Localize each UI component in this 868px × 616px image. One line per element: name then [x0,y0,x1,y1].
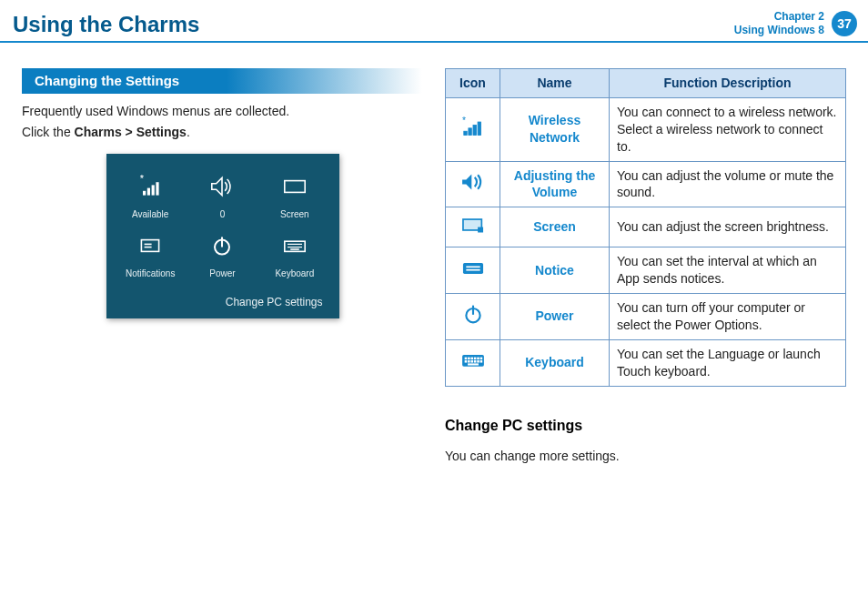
svg-marker-21 [462,175,471,190]
svg-text:*: * [462,116,466,126]
row-desc: You can set the interval at which an App… [610,247,846,294]
table-row: Power You can turn off your computer or … [446,294,846,340]
svg-text:*: * [140,173,145,184]
svg-rect-42 [479,360,482,363]
svg-rect-40 [473,360,476,363]
svg-rect-33 [470,358,473,360]
svg-rect-20 [478,122,480,135]
svg-rect-7 [142,240,159,252]
tile-notifications-label: Notifications [126,268,175,280]
row-name: Wireless Network [500,97,610,161]
svg-rect-36 [479,358,482,360]
svg-rect-31 [464,358,467,360]
row-icon-screen [446,207,500,247]
svg-rect-35 [477,358,479,360]
intro-post: . [187,125,190,139]
row-desc: You can adjust the screen brightness. [610,207,846,247]
svg-rect-4 [156,182,159,195]
table-row: Notice You can set the interval at which… [446,247,846,294]
svg-marker-5 [212,177,222,195]
tile-power[interactable]: Power [191,229,254,280]
content-columns: Changing the Settings Frequently used Wi… [0,43,868,465]
row-icon-keyboard [446,339,500,386]
svg-rect-2 [147,187,150,195]
header-meta-group: Chapter 2 Using Windows 8 37 [734,10,857,39]
intro-bold: Charms > Settings [75,125,187,139]
svg-rect-17 [463,131,466,135]
th-name: Name [500,69,610,98]
keyboard-icon [278,229,311,262]
table-row: Keyboard You can set the Language or lau… [446,339,846,386]
row-icon-wireless: * [446,97,500,161]
svg-rect-24 [478,227,483,233]
settings-tileset: * Available [119,170,327,280]
intro-pre: Click the [22,125,75,139]
svg-rect-37 [464,360,467,363]
subsection-body: You can change more settings. [445,448,846,465]
subject-line: Using Windows 8 [734,24,824,37]
settings-panel-wrap: * Available [22,154,423,318]
svg-rect-39 [470,360,473,363]
power-icon [206,229,238,262]
tile-keyboard-label: Keyboard [275,268,314,280]
intro-line-2: Click the Charms > Settings. [22,124,423,141]
svg-rect-38 [468,360,470,363]
row-name: Power [500,294,610,340]
table-row: * Wireless Network You can connect to a … [446,97,846,161]
subsection-heading: Change PC settings [445,416,846,436]
table-header-row: Icon Name Function Description [446,69,846,98]
tile-screen[interactable]: Screen [263,170,326,221]
page-header: Using the Charms Chapter 2 Using Windows… [0,0,868,43]
speaker-icon [206,170,238,203]
row-desc: You can connect to a wireless network. S… [610,97,846,161]
tile-available-label: Available [132,208,168,221]
table-row: Adjusting the Volume You can adjust the … [446,161,846,207]
row-icon-power [446,294,500,340]
tile-power-label: Power [209,268,235,280]
row-icon-notice [446,247,500,294]
row-name: Keyboard [500,339,610,386]
svg-rect-41 [477,360,479,363]
tile-notifications[interactable]: Notifications [119,229,182,280]
row-name: Notice [500,247,610,294]
screen-icon [278,170,311,203]
row-name: Screen [500,207,610,247]
wireless-icon: * [134,170,167,203]
svg-rect-19 [473,125,476,135]
tile-volume[interactable]: 0 [191,170,254,221]
svg-rect-25 [462,263,482,274]
th-icon: Icon [446,69,500,98]
change-pc-settings-link[interactable]: Change PC settings [119,295,327,309]
page-title: Using the Charms [13,10,199,39]
tile-volume-label: 0 [220,208,226,221]
chapter-line: Chapter 2 [734,10,824,24]
chapter-meta: Chapter 2 Using Windows 8 [734,10,824,37]
notifications-icon [134,229,167,262]
th-desc: Function Description [610,69,846,98]
page-number-badge: 37 [832,11,857,36]
svg-rect-32 [468,358,470,360]
row-name: Adjusting the Volume [500,161,610,207]
settings-panel: * Available [106,154,339,318]
svg-rect-34 [473,358,476,360]
row-desc: You can turn off your computer or select… [610,294,846,340]
row-icon-volume [446,161,500,207]
svg-rect-6 [285,180,305,192]
svg-rect-3 [152,185,155,195]
tile-keyboard[interactable]: Keyboard [263,229,326,280]
svg-rect-43 [468,364,479,366]
svg-rect-18 [468,128,470,136]
row-desc: You can adjust the volume or mute the so… [610,161,846,207]
left-column: Changing the Settings Frequently used Wi… [22,68,423,465]
tile-available[interactable]: * Available [119,170,182,221]
svg-rect-1 [143,191,146,196]
right-column: Icon Name Function Description * [445,68,846,465]
tile-screen-label: Screen [280,208,309,221]
function-table: Icon Name Function Description * [445,68,846,387]
intro-line-1: Frequently used Windows menus are collec… [22,103,423,120]
table-row: Screen You can adjust the screen brightn… [446,207,846,247]
section-heading: Changing the Settings [22,68,423,94]
row-desc: You can set the Language or launch Touch… [610,339,846,386]
